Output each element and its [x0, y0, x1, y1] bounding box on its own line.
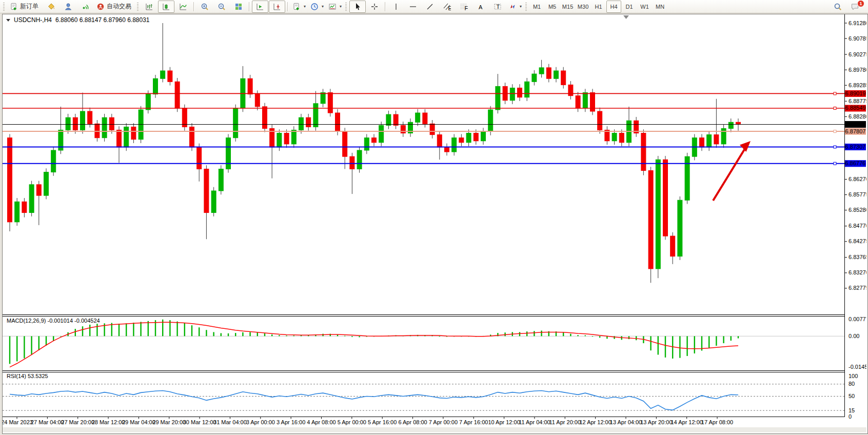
macd-hist-bar	[271, 334, 272, 336]
rsi-scale-label: 50	[849, 393, 855, 399]
macd-hist-bar	[221, 333, 222, 336]
candle	[153, 78, 158, 94]
candle	[459, 138, 464, 143]
periods-button[interactable]: ▾	[308, 1, 326, 13]
timeframe-m1[interactable]: M1	[529, 1, 544, 13]
macd-hist-bar	[592, 336, 593, 337]
chevron-down-icon[interactable]: ▾	[340, 4, 342, 9]
signals-button[interactable]	[77, 1, 93, 13]
macd-hist-bar	[24, 336, 25, 358]
macd-hist-bar	[337, 334, 338, 336]
zoom-in-button[interactable]	[196, 1, 213, 13]
candle	[36, 185, 41, 195]
templates-button[interactable]: ▾	[326, 1, 344, 13]
candle	[350, 156, 354, 169]
collapse-chart-icon[interactable]	[6, 19, 10, 22]
text-button[interactable]: A	[472, 1, 489, 13]
hline-6.87307[interactable]: 6.87307	[3, 144, 866, 150]
time-axis-label: 6 Apr 08:00	[398, 419, 427, 425]
tile-windows-button[interactable]	[230, 1, 247, 13]
hline-6.89019[interactable]: 6.89019	[3, 90, 866, 97]
chevron-down-icon[interactable]: ▾	[322, 4, 324, 9]
candle	[728, 122, 733, 128]
paint-bucket-icon	[47, 3, 55, 11]
auto-trading-button[interactable]: 自动交易	[94, 1, 135, 13]
timeframe-m15[interactable]: M15	[560, 1, 575, 13]
candle	[168, 71, 172, 82]
timeframe-m5[interactable]: M5	[545, 1, 560, 13]
macd-hist-bar	[31, 336, 32, 354]
candle	[393, 114, 398, 125]
candle	[648, 170, 653, 268]
svg-text:6.84275: 6.84275	[849, 238, 866, 244]
toolbar-grip	[3, 3, 5, 11]
macd-hist-bar	[96, 324, 97, 336]
new-order-button[interactable]: 新订单	[7, 1, 43, 13]
channel-button[interactable]: E	[439, 1, 455, 13]
crosshair-button[interactable]	[366, 1, 383, 13]
styler-button[interactable]	[43, 1, 60, 13]
macd-hist-bar	[9, 336, 10, 364]
candlestick-chart-button[interactable]	[158, 1, 174, 13]
hline-handle	[834, 130, 836, 133]
annotation-arrow[interactable]	[713, 141, 751, 201]
chart-shift-button[interactable]	[269, 1, 285, 13]
time-axis-label: 24 Mar 2023	[3, 419, 33, 425]
timeframe-d1[interactable]: D1	[622, 1, 637, 13]
chart-title: USDCNH-,H4 6.88060 6.88147 6.87960 6.880…	[6, 16, 150, 24]
candle	[423, 113, 427, 124]
macd-scale-label: -0.014587	[849, 364, 866, 370]
timeframe-h1[interactable]: H1	[591, 1, 606, 13]
indicators-button[interactable]: ▾	[290, 1, 308, 13]
rsi-panel[interactable]	[3, 384, 844, 410]
macd-hist-bar	[148, 321, 149, 337]
chart-shift-marker[interactable]	[623, 15, 629, 19]
chart-quote-line: 6.88060 6.88147 6.87960 6.88031	[55, 16, 150, 24]
candles[interactable]	[8, 23, 741, 283]
cursor-button[interactable]	[349, 1, 366, 13]
profile-button[interactable]	[60, 1, 76, 13]
macd-hist-bar	[46, 336, 47, 345]
zoom-out-button[interactable]	[213, 1, 230, 13]
bar-chart-button[interactable]	[141, 1, 157, 13]
macd-hist-bar	[585, 335, 586, 337]
trendline-button[interactable]	[422, 1, 438, 13]
horizontal-line-button[interactable]	[405, 1, 421, 13]
time-axis-label: 5 Apr 16:00	[368, 419, 397, 425]
vertical-line-button[interactable]	[388, 1, 404, 13]
price-tag-label: 6.89019	[845, 90, 866, 96]
macd-hist-bar	[119, 324, 120, 336]
macd-panel[interactable]	[3, 320, 844, 367]
text-label-button[interactable]: T	[489, 1, 506, 13]
timeframe-h4[interactable]: H4	[606, 1, 621, 13]
candle	[416, 113, 420, 122]
candle	[357, 150, 362, 169]
svg-text:6.88280: 6.88280	[849, 113, 866, 120]
candle	[481, 132, 486, 141]
notifications-button[interactable]: 1	[846, 1, 863, 13]
zoom-out-icon	[218, 3, 226, 11]
candle	[372, 138, 377, 143]
candle	[670, 236, 675, 256]
svg-text:6.88775: 6.88775	[849, 98, 866, 104]
macd-hist-bar	[570, 334, 571, 337]
toolbar-grip	[137, 3, 139, 11]
auto-scroll-button[interactable]	[252, 1, 268, 13]
candle	[598, 111, 602, 130]
line-chart-button[interactable]	[175, 1, 191, 13]
chevron-down-icon[interactable]: ▾	[304, 4, 306, 9]
candle	[721, 128, 726, 144]
svg-text:6.90275: 6.90275	[849, 51, 866, 57]
arrows-button[interactable]: ▾	[506, 1, 524, 13]
candle	[233, 108, 238, 138]
chart-canvas[interactable]: 6.912806.907856.902756.897806.892856.887…	[3, 14, 866, 432]
hline-6.88549[interactable]: 6.88549	[3, 105, 866, 111]
price-tag-label: 6.86776	[845, 160, 866, 166]
timeframe-mn[interactable]: MN	[653, 1, 667, 13]
timeframe-w1[interactable]: W1	[637, 1, 652, 13]
search-button[interactable]	[830, 1, 846, 13]
arrows-icon	[508, 3, 517, 11]
chevron-down-icon[interactable]: ▾	[520, 4, 522, 9]
fibonacci-button[interactable]: F	[456, 1, 472, 13]
timeframe-m30[interactable]: M30	[576, 1, 590, 13]
